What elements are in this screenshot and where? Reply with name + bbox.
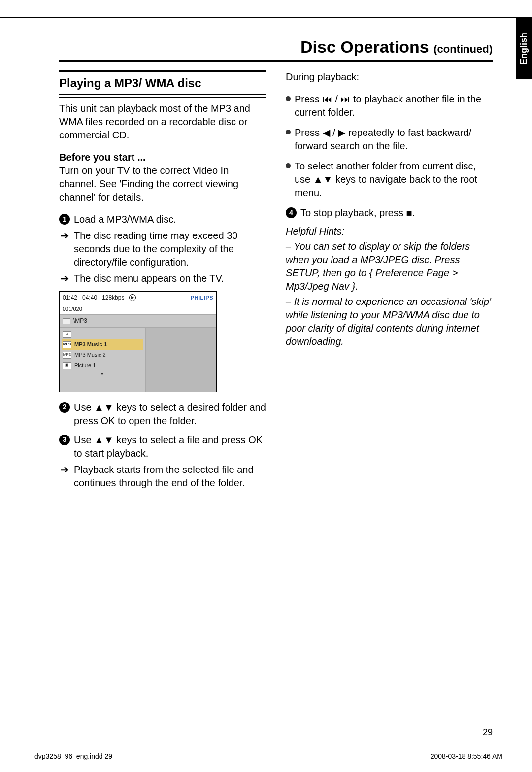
step-number-icon: 3 (59, 435, 70, 445)
footer-left: dvp3258_96_eng.indd 29 (34, 752, 112, 760)
tv-preview-pane (146, 328, 216, 392)
step-number-icon: 4 (286, 207, 297, 218)
tv-file-list: ↵ .. MP3 MP3 Music 1 MP3 MP3 Music 2 ▣ (60, 328, 146, 392)
crop-marks (0, 0, 532, 18)
step-4: 4 To stop playback, press ■. (286, 206, 493, 220)
page-number: 29 (483, 727, 493, 738)
step-1b-text: The disc menu appears on the TV. (74, 272, 224, 285)
mp3-file-icon: MP3 (63, 352, 71, 359)
bullet-item: Press ◀ / ▶ repeatedly to fast backward/… (286, 126, 493, 153)
before-label: Before you start ... (59, 152, 146, 163)
bullet-item: Press ⏮ / ⏭ to playback another file in … (286, 93, 493, 119)
step-3-text: Use ▲▼ keys to select a file and press O… (74, 434, 266, 460)
before-you-start: Before you start ... Turn on your TV to … (59, 151, 266, 204)
picture-file-icon: ▣ (63, 362, 71, 369)
step-1-sub-a: ➔ The disc reading time may exceed 30 se… (59, 229, 266, 269)
bullet-item: To select another folder from current di… (286, 160, 493, 200)
step-4-text: To stop playback, press ■. (300, 206, 493, 220)
hint-2: – It is normal to experience an occasion… (286, 295, 493, 348)
disc-menu-screenshot: 01:42 04:40 128kbps ▶ PHILIPS 001/020 \M… (59, 291, 217, 392)
intro-paragraph: This unit can playback most of the MP3 a… (59, 102, 266, 142)
helpful-hints: Helpful Hints: – You can set to display … (286, 225, 493, 348)
tv-time-elapsed: 01:42 (63, 294, 77, 302)
hints-label: Helpful Hints: (286, 225, 493, 238)
hint-1: – You can set to display or skip the fol… (286, 240, 493, 293)
arrow-icon: ➔ (59, 272, 70, 285)
bullet-text: Press ◀ / ▶ repeatedly to fast backward/… (295, 126, 493, 153)
step-2-text: Use ▲▼ keys to select a desired folder a… (74, 401, 266, 428)
play-icon: ▶ (129, 294, 136, 301)
arrow-icon: ➔ (59, 463, 70, 490)
title-continued: (continued) (433, 43, 493, 55)
before-text: Turn on your TV to the correct Video In … (59, 165, 238, 202)
up-icon: ↵ (63, 331, 71, 338)
page-content: Disc Operations (continued) Playing a MP… (0, 18, 532, 772)
tv-bitrate: 128kbps (102, 294, 124, 302)
step-3-sub-a: ➔ Playback starts from the selected file… (59, 463, 266, 490)
bullet-text: To select another folder from current di… (295, 160, 493, 200)
footer-right: 2008-03-18 8:55:46 AM (431, 752, 502, 760)
mp3-file-icon: MP3 (63, 341, 71, 348)
list-item: ▣ Picture 1 (62, 360, 143, 370)
step-2: 2 Use ▲▼ keys to select a desired folder… (59, 401, 266, 428)
right-column: During playback: Press ⏮ / ⏭ to playback… (286, 70, 493, 493)
step-1: 1 Load a MP3/WMA disc. (59, 213, 266, 226)
list-item: MP3 MP3 Music 1 (62, 339, 143, 350)
print-footer: dvp3258_96_eng.indd 29 2008-03-18 8:55:4… (34, 752, 502, 760)
step-1-sub-b: ➔ The disc menu appears on the TV. (59, 272, 266, 285)
section-heading: Playing a MP3/ WMA disc (59, 70, 266, 95)
bullet-icon (286, 130, 291, 134)
list-item: ↵ .. (62, 330, 143, 340)
page-title: Disc Operations (continued) (59, 37, 493, 62)
step-3: 3 Use ▲▼ keys to select a file and press… (59, 434, 266, 460)
folder-icon (63, 318, 70, 324)
arrow-icon: ➔ (59, 229, 70, 269)
bullet-text: Press ⏮ / ⏭ to playback another file in … (295, 93, 493, 119)
step-3a-text: Playback starts from the selected file a… (74, 463, 266, 490)
bullet-icon (286, 163, 291, 168)
scroll-down-icon: ▾ (62, 370, 143, 377)
step-number-icon: 1 (59, 214, 70, 225)
tv-time-total: 04:40 (82, 294, 97, 302)
item-label: .. (74, 331, 77, 338)
item-label: Picture 1 (74, 362, 96, 369)
during-playback-label: During playback: (286, 70, 493, 84)
bullet-icon (286, 96, 291, 101)
philips-logo: PHILIPS (191, 294, 213, 302)
title-main: Disc Operations (300, 37, 429, 56)
step-1a-text: The disc reading time may exceed 30 seco… (74, 229, 266, 269)
tv-path-text: \MP3 (73, 317, 87, 325)
step-number-icon: 2 (59, 402, 70, 413)
tv-counter: 001/020 (60, 304, 216, 315)
list-item: MP3 MP3 Music 2 (62, 350, 143, 360)
item-label: MP3 Music 2 (74, 351, 106, 359)
item-label: MP3 Music 1 (74, 341, 107, 348)
left-column: Playing a MP3/ WMA disc This unit can pl… (59, 70, 266, 493)
step-1-text: Load a MP3/WMA disc. (74, 213, 266, 226)
